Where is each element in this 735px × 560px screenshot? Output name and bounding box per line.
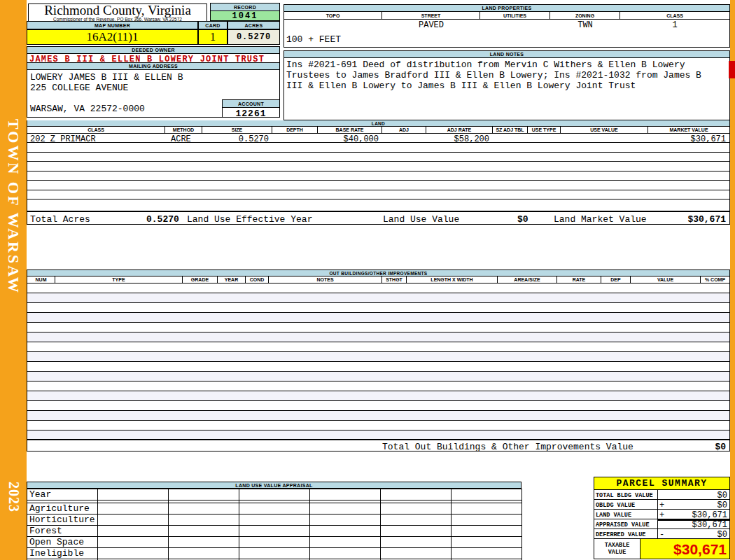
street-value: PAVED: [382, 20, 480, 29]
land-table-row: 202 Z PRIMACR ACRE 0.5270 $40,000 $58,20…: [27, 134, 729, 143]
out-buildings-total-value: $0: [715, 442, 726, 452]
land-size-cell: 0.5270: [202, 134, 272, 142]
total-bldg-value: $0: [667, 490, 729, 499]
appraisal-cell: [169, 537, 239, 548]
land-empty-row: [27, 162, 729, 172]
record-card: Richmond County, Virginia Commissioner o…: [27, 0, 730, 560]
appraisal-cell: [239, 537, 310, 548]
appraised-value: $30,671: [667, 519, 729, 528]
column-rate: RATE: [557, 276, 601, 283]
obldg-value-label: OBLDG VALUE: [594, 500, 658, 509]
column-use-value: USE VALUE: [561, 127, 648, 133]
appraisal-cell: [310, 514, 381, 526]
sidebar-town-label: TOWN OF WARSAW: [4, 119, 22, 295]
total-bldg-value-label: TOTAL BLDG VALUE: [594, 490, 658, 499]
appraised-value-label: APPRAISED VALUE: [594, 519, 658, 528]
column-adj-rate: ADJ RATE: [426, 127, 493, 133]
appraisal-row-forest: Forest: [27, 526, 522, 537]
out-buildings-empty-row: [27, 323, 729, 332]
appraisal-cell: [381, 526, 451, 537]
out-buildings-total-label: Total Out Buildings & Other Improvements…: [382, 442, 634, 452]
land-use-value: $0: [517, 214, 528, 225]
appraisal-row-label: Ineligible: [27, 548, 98, 559]
appraisal-cell: [310, 526, 381, 537]
card-value: 1: [198, 29, 227, 45]
map-number-value: 16A2(11)1: [27, 29, 198, 45]
land-notes-text: Ins #2021-691 Deed of distribution from …: [284, 58, 729, 91]
out-buildings-empty-row: [27, 332, 729, 342]
parcel-summary-box: PARCEL SUMMARY TOTAL BLDG VALUE $0 OBLDG…: [594, 477, 730, 559]
address-line: LOWERY JAMES B III & ELLEN B: [30, 72, 183, 83]
map-value-row: 16A2(11)1 1 0.5270: [27, 29, 280, 45]
appraisal-cell: [381, 537, 451, 548]
appraisal-cell: [451, 526, 522, 537]
total-acres-label: Total Acres: [30, 214, 90, 225]
out-buildings-empty-row: [27, 313, 729, 323]
record-box: RECORD 1041: [210, 3, 280, 21]
land-use-value-cell: [561, 134, 648, 142]
land-table-title: LAND: [27, 120, 729, 127]
land-properties-box: LAND PROPERTIES TOPO STREET UTILITIES ZO…: [284, 4, 730, 48]
appraisal-cell: [381, 548, 451, 559]
appraisal-cell: [169, 503, 239, 514]
card-label: CARD: [198, 21, 227, 29]
appraisal-cell: [169, 526, 239, 537]
parcel-summary-title: PARCEL SUMMARY: [594, 477, 729, 490]
map-number-label: MAP NUMBER: [27, 21, 198, 29]
appraisal-cell: [381, 514, 451, 526]
land-sz-adj-cell: [493, 134, 528, 142]
column-sthgt: STHGT: [382, 276, 407, 283]
land-market-value: $30,671: [687, 214, 726, 225]
deferred-value-label: DEFERRED VALUE: [594, 529, 658, 538]
topo-value: [284, 20, 382, 29]
land-properties-columns: TOPO STREET UTILITIES ZONING CLASS: [284, 12, 729, 20]
land-empty-row: [27, 190, 729, 200]
out-buildings-empty-row: [27, 293, 729, 303]
column-market-value: MARKET VALUE: [648, 127, 729, 133]
out-buildings-empty-row: [27, 303, 729, 313]
column-area-size: AREA/SIZE: [498, 276, 557, 283]
column-cond: COND: [246, 276, 269, 283]
out-buildings-table: OUT BUILDINGS/OTHER IMPROVEMENTS NUM TYP…: [27, 270, 730, 451]
land-notes-line: Trustees to James Bradford III & Ellen B…: [286, 70, 729, 80]
record-value: 1041: [210, 11, 280, 21]
appraisal-cell: [381, 489, 451, 500]
land-adj-cell: [382, 134, 426, 142]
land-use-appraisal-title: LAND USE VALUE APPRAISAL: [27, 482, 522, 489]
acres-label: ACRES: [227, 21, 280, 29]
out-buildings-empty-row: [27, 411, 729, 421]
appraisal-cell: [451, 548, 522, 559]
appraisal-row-label: Open Space: [27, 537, 98, 548]
out-buildings-empty-row: [27, 401, 729, 411]
effective-year-label: Land Use Effective Year: [187, 214, 312, 225]
land-properties-title: LAND PROPERTIES: [284, 5, 729, 12]
zoning-value: TWN: [550, 20, 620, 29]
red-edge-marker: [729, 61, 735, 78]
land-empty-rows: [27, 143, 729, 209]
taxable-value-row: TAXABLE VALUE $30,671: [594, 539, 729, 559]
appraisal-cell: [239, 514, 310, 526]
column-method: METHOD: [165, 127, 202, 133]
land-notes-line: Ins #2021-691 Deed of distribution from …: [286, 59, 729, 70]
out-buildings-empty-row: [27, 382, 729, 391]
land-adj-rate-cell: $58,200: [426, 134, 493, 142]
acres-value: 0.5270: [227, 29, 280, 45]
appraisal-row-year: Year: [27, 489, 522, 500]
parcel-summary-row: LAND VALUE +$30,671: [594, 510, 729, 519]
land-value: $30,671: [667, 510, 729, 519]
account-value: 12261: [223, 108, 279, 119]
taxable-label-line: VALUE: [608, 549, 626, 556]
column-value: VALUE: [631, 276, 701, 283]
account-box: ACCOUNT 12261: [222, 99, 280, 118]
column-notes: NOTES: [269, 276, 382, 283]
land-table-columns: CLASS METHOD SIZE DEPTH BASE RATE ADJ AD…: [27, 127, 729, 134]
appraisal-cell: [451, 489, 522, 500]
land-properties-values: PAVED TWN 1: [284, 20, 729, 29]
land-method-cell: ACRE: [165, 134, 202, 142]
deferred-value: $0: [667, 529, 729, 538]
column-utilities: UTILITIES: [480, 12, 550, 19]
operator: +: [658, 510, 667, 519]
parcel-summary-row: DEFERRED VALUE -$0: [594, 529, 729, 539]
column-length-width: LENGTH X WIDTH: [407, 276, 498, 283]
owner-box: DEEDED OWNER JAMES B III & ELLEN B LOWER…: [27, 46, 280, 118]
